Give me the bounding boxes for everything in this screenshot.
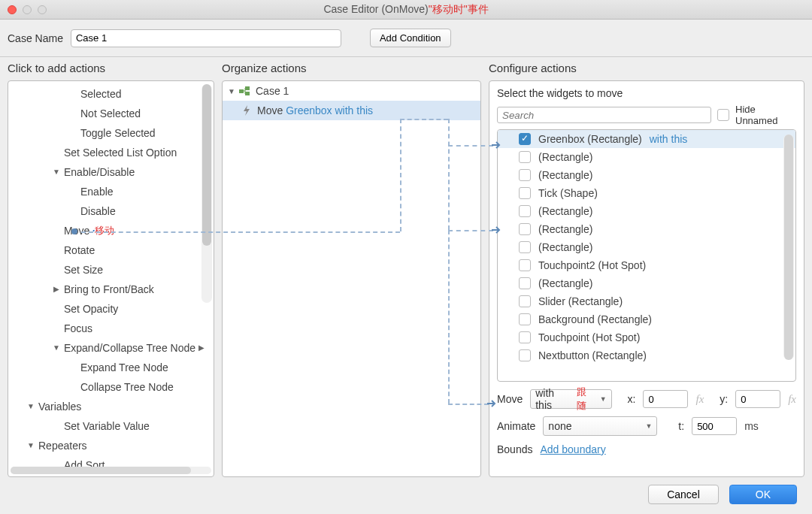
widget-row[interactable]: (Rectangle) — [498, 148, 795, 166]
widget-suffix: with this — [650, 133, 688, 145]
tree-arrow-icon[interactable]: ▼ — [26, 398, 35, 415]
widget-row[interactable]: (Rectangle) — [498, 202, 795, 220]
widget-checkbox[interactable] — [519, 133, 531, 145]
widget-list: Greenbox (Rectangle) with this(Rectangle… — [497, 129, 796, 382]
animate-label: Animate — [497, 420, 535, 432]
widget-row[interactable]: Slider (Rectangle) — [498, 292, 795, 310]
actions-scrollbar-thumb[interactable] — [202, 84, 211, 246]
svg-rect-2 — [245, 92, 250, 95]
widget-checkbox[interactable] — [519, 259, 531, 271]
tree-arrow-icon[interactable]: ▼ — [26, 437, 35, 454]
move-mode-select[interactable]: with this 跟随 ▼ — [530, 389, 611, 409]
add-boundary-link[interactable]: Add boundary — [540, 443, 605, 455]
widget-row[interactable]: Touchpoint2 (Hot Spot) — [498, 256, 795, 274]
widget-checkbox[interactable] — [519, 331, 531, 343]
move-config-row: Move with this 跟随 ▼ x: fx y: fx — [497, 389, 796, 409]
widget-row[interactable]: Greenbox (Rectangle) with this — [498, 130, 795, 148]
widget-name: (Rectangle) — [538, 223, 592, 235]
action-item[interactable]: Focus — [13, 319, 209, 338]
chevron-down-icon: ▼ — [600, 395, 607, 403]
action-item[interactable]: Set Opacity — [13, 299, 209, 319]
main-columns: Click to add actions SelectedNot Selecte… — [0, 57, 812, 482]
t-unit: ms — [744, 420, 759, 432]
action-label: Set Variable Value — [64, 418, 150, 434]
configure-column-title: Configure actions — [489, 62, 804, 74]
organize-case-label: Case 1 — [256, 85, 289, 97]
hide-unnamed-checkbox[interactable] — [717, 109, 729, 121]
widget-checkbox[interactable] — [519, 169, 531, 181]
widget-row[interactable]: Nextbutton (Rectangle) — [498, 346, 795, 364]
widget-toolbar: Hide Unnamed — [497, 104, 796, 126]
cancel-button[interactable]: Cancel — [648, 485, 719, 504]
widget-checkbox[interactable] — [519, 205, 531, 217]
action-item[interactable]: Set Size — [13, 260, 209, 280]
organize-action-row[interactable]: Move Greenbox with this — [223, 101, 480, 120]
action-label: Expand/Collapse Tree Node — [64, 340, 195, 356]
action-item[interactable]: Expand Tree Node — [13, 358, 209, 377]
triangle-down-icon[interactable]: ▼ — [227, 87, 236, 95]
widget-checkbox[interactable] — [519, 313, 531, 325]
action-label: Repeaters — [38, 437, 87, 454]
ok-button[interactable]: OK — [729, 485, 797, 504]
t-input[interactable] — [692, 417, 737, 435]
action-item[interactable]: ▼Variables — [13, 397, 209, 416]
action-item[interactable]: ▶Bring to Front/Back — [13, 280, 209, 299]
action-item[interactable]: Selected — [13, 84, 209, 104]
widget-checkbox[interactable] — [519, 295, 531, 307]
action-item[interactable]: Disable — [13, 201, 209, 221]
widget-row[interactable]: (Rectangle) — [498, 220, 795, 238]
widget-checkbox[interactable] — [519, 151, 531, 163]
tree-arrow-icon[interactable]: ▶ — [52, 281, 61, 298]
action-item[interactable]: ▼Repeaters — [13, 436, 209, 455]
action-item[interactable]: Set Selected List Option — [13, 143, 209, 162]
organize-action-verb: Move — [257, 104, 283, 116]
action-item[interactable]: ▼Expand/Collapse Tree Node ▶ — [13, 338, 209, 358]
organize-action-target: Greenbox with this — [286, 104, 373, 116]
annot-origin-dot — [71, 228, 77, 234]
widget-list-scrollbar-thumb[interactable] — [784, 135, 793, 360]
action-item[interactable]: Set Variable Value — [13, 416, 209, 436]
widget-row[interactable]: (Rectangle) — [498, 238, 795, 256]
action-label: Collapse Tree Node — [80, 379, 174, 395]
tree-arrow-icon[interactable]: ▼ — [52, 164, 61, 180]
action-item[interactable]: Toggle Selected — [13, 123, 209, 143]
tree-arrow-icon[interactable]: ▼ — [52, 340, 61, 356]
widget-checkbox[interactable] — [519, 223, 531, 235]
widget-row[interactable]: Touchpoint (Hot Spot) — [498, 328, 795, 346]
case-name-input[interactable] — [71, 29, 341, 47]
minimize-window-icon — [23, 5, 32, 14]
widget-row[interactable]: Tick (Shape) — [498, 184, 795, 202]
actions-tree[interactable]: SelectedNot SelectedToggle SelectedSet S… — [8, 81, 214, 476]
widget-row[interactable]: (Rectangle) — [498, 274, 795, 292]
y-fx-button[interactable]: fx — [788, 393, 796, 406]
add-condition-button[interactable]: Add Condition — [370, 29, 451, 47]
search-input[interactable] — [497, 107, 711, 123]
action-item[interactable]: Move • 移动 — [13, 221, 209, 240]
action-label: Focus — [64, 320, 92, 337]
widget-checkbox[interactable] — [519, 241, 531, 253]
action-item[interactable]: Collapse Tree Node — [13, 377, 209, 397]
action-item[interactable]: Enable — [13, 182, 209, 201]
x-fx-button[interactable]: fx — [695, 393, 704, 406]
widget-row[interactable]: Background (Rectangle) — [498, 310, 795, 328]
organize-case-row[interactable]: ▼ Case 1 — [223, 81, 480, 101]
y-label: y: — [720, 393, 728, 405]
close-window-icon[interactable] — [8, 5, 17, 14]
action-item[interactable]: Not Selected — [13, 104, 209, 123]
widget-checkbox[interactable] — [519, 277, 531, 289]
action-item[interactable]: Rotate — [13, 240, 209, 260]
x-input[interactable] — [643, 390, 688, 408]
action-annot: 移动 — [95, 222, 114, 239]
action-label: Set Selected List Option — [64, 144, 177, 161]
bounds-label: Bounds — [497, 443, 532, 455]
widget-checkbox[interactable] — [519, 349, 531, 361]
organize-panel: ▼ Case 1 Move Greenbox with this — [222, 80, 481, 477]
y-input[interactable] — [735, 390, 780, 408]
case-name-label: Case Name — [8, 32, 63, 44]
action-label: Set Opacity — [64, 301, 118, 317]
widget-row[interactable]: (Rectangle) — [498, 166, 795, 184]
animate-mode-select[interactable]: none ▼ — [543, 416, 657, 436]
actions-hscroll-thumb[interactable] — [11, 467, 191, 474]
action-item[interactable]: ▼Enable/Disable — [13, 162, 209, 182]
widget-checkbox[interactable] — [519, 187, 531, 199]
